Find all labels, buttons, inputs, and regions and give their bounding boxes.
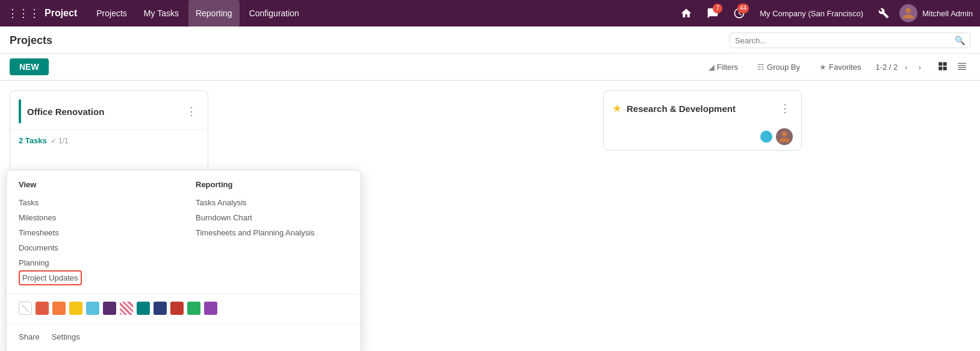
- page-title: Projects: [10, 34, 52, 47]
- new-button[interactable]: NEW: [10, 58, 49, 75]
- toolbar-right: ◢ Filters ☶ Group By ★ Favorites 1-2 / 2…: [704, 59, 970, 75]
- username[interactable]: Mitchell Admin: [922, 9, 973, 18]
- context-menu: View Tasks Milestones Timesheets Documen…: [6, 170, 361, 351]
- menu-burndown-chart[interactable]: Burndown Chart: [196, 210, 349, 225]
- menu-tasks[interactable]: Tasks: [19, 195, 172, 210]
- color-swatch-yellow[interactable]: [69, 302, 82, 315]
- svg-line-8: [22, 305, 29, 312]
- chat-badge: 7: [713, 4, 722, 13]
- color-swatch-navy[interactable]: [154, 302, 167, 315]
- subheader: Projects 🔍: [0, 26, 980, 54]
- home-icon-btn[interactable]: [675, 2, 697, 24]
- menu-documents[interactable]: Documents: [19, 240, 172, 255]
- search-input[interactable]: [735, 36, 955, 45]
- project-card-research: ★ Research & Development ⋮: [603, 90, 802, 151]
- menu-timesheets-planning[interactable]: Timesheets and Planning Analysis: [196, 225, 349, 240]
- avatar[interactable]: [899, 4, 917, 22]
- menu-milestones[interactable]: Milestones: [19, 210, 172, 225]
- groupby-icon: ☶: [757, 63, 764, 72]
- kanban-view-button[interactable]: [934, 59, 951, 75]
- app-name[interactable]: Project: [45, 8, 77, 19]
- research-card-footer: [604, 123, 801, 150]
- menu-planning[interactable]: Planning: [19, 255, 172, 270]
- filters-label: Filters: [717, 63, 738, 72]
- toolbar: NEW ◢ Filters ☶ Group By ★ Favorites 1-2…: [0, 54, 980, 81]
- color-swatch-none[interactable]: [19, 302, 32, 315]
- main-area: Projects 🔍 NEW ◢ Filters ☶ Group By ★ Fa…: [0, 26, 980, 351]
- chat-icon-btn[interactable]: 7: [702, 2, 724, 24]
- color-swatch-orange[interactable]: [52, 302, 66, 315]
- reporting-section-title: Reporting: [196, 180, 349, 189]
- search-area: 🔍: [730, 33, 970, 48]
- favorite-star-icon[interactable]: ★: [612, 102, 622, 115]
- list-view-button[interactable]: [954, 59, 970, 75]
- project-card-office-renovation: Office Renovation ⋮ 2 Tasks ✓ 1/1: [10, 90, 208, 175]
- prev-page-button[interactable]: ‹: [901, 61, 911, 73]
- company-name: My Company (San Francisco): [760, 9, 863, 18]
- menu-tasks-analysis[interactable]: Tasks Analysis: [196, 195, 349, 210]
- groupby-button[interactable]: ☶ Group By: [752, 60, 805, 74]
- svg-rect-2: [938, 66, 942, 70]
- svg-rect-7: [958, 69, 966, 69]
- color-picker: [7, 294, 361, 322]
- member-avatar: [776, 128, 793, 145]
- filters-button[interactable]: ◢ Filters: [704, 60, 743, 74]
- view-toggle: [934, 59, 970, 75]
- svg-rect-1: [943, 62, 947, 66]
- svg-rect-3: [943, 66, 947, 70]
- member-dot-avatar: [760, 131, 772, 143]
- next-page-button[interactable]: ›: [915, 61, 925, 73]
- color-swatch-green[interactable]: [187, 302, 200, 315]
- favorites-button[interactable]: ★ Favorites: [814, 60, 866, 74]
- pagination-text: 1-2 / 2: [875, 63, 898, 72]
- grid-icon[interactable]: ⋮⋮⋮: [7, 7, 40, 20]
- color-swatch-red-orange[interactable]: [36, 302, 49, 315]
- menu-settings[interactable]: Settings: [52, 330, 80, 344]
- research-menu-button[interactable]: ⋮: [777, 99, 793, 117]
- search-icon: 🔍: [955, 36, 965, 45]
- color-swatch-crimson[interactable]: [170, 302, 184, 315]
- left-accent: [19, 99, 21, 123]
- color-swatch-dark-purple[interactable]: [103, 302, 116, 315]
- nav-my-tasks[interactable]: My Tasks: [137, 0, 186, 26]
- star-icon: ★: [819, 63, 826, 72]
- research-title: Research & Development: [627, 104, 777, 114]
- project-menu-button[interactable]: ⋮: [184, 102, 199, 120]
- topnav-right: 7 44 My Company (San Francisco) Mitchell…: [675, 2, 973, 24]
- project-card-header: Office Renovation ⋮: [10, 91, 208, 130]
- view-section: View Tasks Milestones Timesheets Documen…: [19, 180, 172, 287]
- reporting-section: Reporting Tasks Analysis Burndown Chart …: [196, 180, 349, 287]
- color-swatch-light-blue[interactable]: [86, 302, 99, 315]
- project-card-footer: 2 Tasks ✓ 1/1: [10, 130, 208, 151]
- dropdown-top: View Tasks Milestones Timesheets Documen…: [7, 180, 361, 294]
- pagination: 1-2 / 2 ‹ ›: [875, 61, 925, 73]
- svg-rect-6: [958, 67, 966, 67]
- project-title: Office Renovation: [27, 107, 184, 117]
- view-section-title: View: [19, 180, 172, 189]
- top-navigation: ⋮⋮⋮ Project Projects My Tasks Reporting …: [0, 0, 980, 26]
- svg-rect-4: [958, 63, 966, 63]
- nav-projects[interactable]: Projects: [89, 0, 134, 26]
- svg-rect-5: [958, 65, 966, 66]
- search-bar: 🔍: [730, 33, 970, 48]
- menu-project-updates[interactable]: Project Updates: [19, 270, 82, 285]
- color-swatch-teal[interactable]: [137, 302, 150, 315]
- favorites-label: Favorites: [829, 63, 861, 72]
- filter-icon: ◢: [709, 63, 715, 72]
- menu-timesheets[interactable]: Timesheets: [19, 225, 172, 240]
- clock-icon-btn[interactable]: 44: [728, 2, 750, 24]
- clock-badge: 44: [737, 4, 749, 13]
- dropdown-bottom: Share Settings: [7, 325, 361, 346]
- nav-configuration[interactable]: Configuration: [242, 0, 306, 26]
- menu-share[interactable]: Share: [19, 330, 40, 344]
- kanban-area: Office Renovation ⋮ 2 Tasks ✓ 1/1 View T…: [0, 81, 980, 184]
- task-check: ✓ 1/1: [51, 137, 69, 145]
- color-swatch-pink-stripe[interactable]: [120, 302, 133, 315]
- wrench-icon-btn[interactable]: [873, 2, 895, 24]
- nav-reporting[interactable]: Reporting: [188, 0, 240, 26]
- research-card-header: ★ Research & Development ⋮: [604, 91, 801, 123]
- color-swatch-purple[interactable]: [204, 302, 217, 315]
- svg-rect-0: [938, 62, 942, 66]
- task-count[interactable]: 2 Tasks: [19, 136, 47, 145]
- groupby-label: Group By: [767, 63, 800, 72]
